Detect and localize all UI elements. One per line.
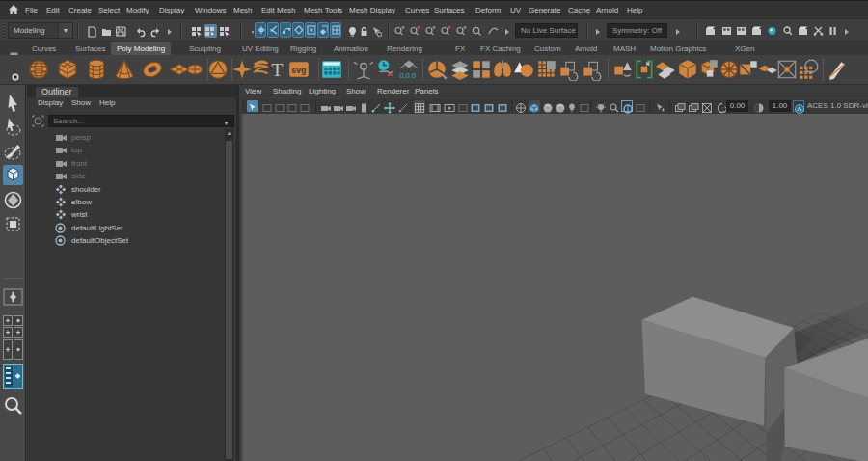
svg-text:svg: svg [291, 66, 306, 75]
svg-text:T: T [271, 60, 283, 80]
svg-text:0,0,0: 0,0,0 [399, 71, 416, 80]
